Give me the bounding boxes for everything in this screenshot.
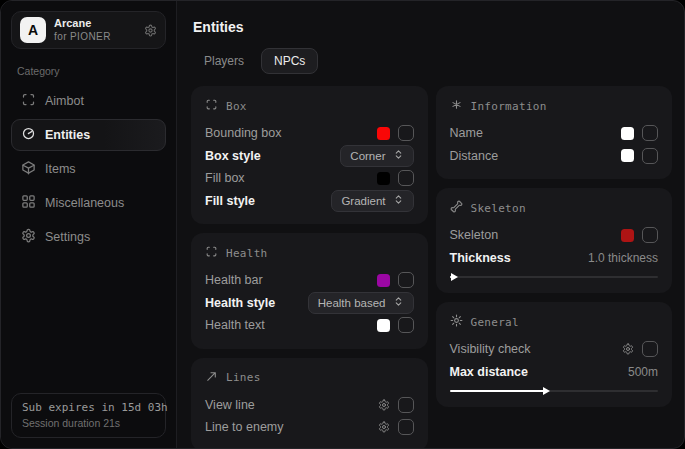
box-style-select[interactable]: Corner — [340, 145, 413, 167]
setting-label: Health style — [205, 296, 275, 310]
setting-label: Box style — [205, 149, 261, 163]
card-title: Skeleton — [471, 202, 526, 215]
card-information: Information Name Distance — [436, 86, 673, 179]
gear-icon — [21, 228, 36, 246]
setting-label: Fill box — [205, 171, 245, 185]
chevrons-up-down-icon — [393, 194, 404, 207]
view-line-checkbox[interactable] — [398, 397, 414, 413]
setting-label: Name — [450, 126, 483, 140]
setting-row-fill-box: Fill box — [205, 167, 414, 190]
color-swatch[interactable] — [621, 149, 634, 162]
session-duration: Session duration 21s — [22, 417, 155, 429]
slider-handle[interactable] — [451, 273, 458, 281]
sidebar: A Arcane for PIONER Category Aimbot Enti… — [1, 1, 177, 448]
app-window: A Arcane for PIONER Category Aimbot Enti… — [0, 0, 685, 449]
card-title: Lines — [226, 371, 261, 384]
right-column: Information Name Distance — [436, 86, 673, 407]
sidebar-item-miscellaneous[interactable]: Miscellaneous — [11, 187, 166, 219]
setting-row-thickness: Thickness 1.0 thickness — [450, 247, 659, 270]
grid-icon — [21, 194, 36, 212]
package-icon — [21, 160, 36, 178]
sidebar-item-label: Miscellaneous — [45, 196, 124, 210]
sun-icon — [450, 313, 463, 331]
color-swatch[interactable] — [621, 127, 634, 140]
health-style-select[interactable]: Health based — [308, 292, 414, 314]
setting-row-box-style: Box style Corner — [205, 145, 414, 168]
health-bar-checkbox[interactable] — [398, 272, 414, 288]
app-logo: A — [20, 17, 46, 43]
sidebar-item-settings[interactable]: Settings — [11, 221, 166, 253]
sidebar-item-entities[interactable]: Entities — [11, 119, 166, 151]
visibility-check-checkbox[interactable] — [642, 341, 658, 357]
sidebar-item-aimbot[interactable]: Aimbot — [11, 85, 166, 117]
card-general: General Visibility check Max distance 50… — [436, 302, 673, 407]
setting-label: View line — [205, 398, 255, 412]
card-title: Box — [226, 100, 247, 113]
setting-label: Distance — [450, 149, 499, 163]
distance-checkbox[interactable] — [642, 148, 658, 164]
max-distance-slider[interactable] — [450, 386, 659, 395]
card-title: General — [471, 316, 519, 329]
card-lines-header: Lines — [205, 369, 414, 387]
setting-label: Health bar — [205, 273, 263, 287]
setting-row-skeleton: Skeleton — [450, 224, 659, 247]
card-skeleton: Skeleton Skeleton Thickness 1.0 thicknes… — [436, 188, 673, 293]
card-skeleton-header: Skeleton — [450, 199, 659, 217]
setting-row-max-distance: Max distance 500m — [450, 361, 659, 384]
setting-row-health-style: Health style Health based — [205, 292, 414, 315]
color-swatch[interactable] — [377, 127, 390, 140]
card-information-header: Information — [450, 97, 659, 115]
setting-label: Thickness — [450, 251, 511, 265]
sidebar-item-label: Aimbot — [45, 94, 84, 108]
name-checkbox[interactable] — [642, 125, 658, 141]
color-swatch[interactable] — [377, 172, 390, 185]
line-to-enemy-checkbox[interactable] — [398, 419, 414, 435]
sidebar-item-label: Settings — [45, 230, 90, 244]
setting-label: Health text — [205, 318, 265, 332]
max-distance-value: 500m — [628, 365, 658, 379]
card-columns: Box Bounding box Box style Corner — [191, 86, 672, 449]
entities-icon — [21, 126, 36, 144]
thickness-value: 1.0 thickness — [588, 251, 658, 265]
card-general-header: General — [450, 313, 659, 331]
slider-fill — [450, 390, 546, 392]
brand-text: Arcane for PIONER — [54, 17, 111, 43]
tab-npcs[interactable]: NPCs — [261, 48, 318, 74]
setting-label: Line to enemy — [205, 420, 284, 434]
fill-box-checkbox[interactable] — [398, 170, 414, 186]
color-swatch[interactable] — [621, 229, 634, 242]
app-name: Arcane — [54, 17, 111, 31]
asterisk-icon — [450, 97, 463, 115]
app-platform: for PIONER — [54, 31, 111, 44]
color-swatch[interactable] — [377, 319, 390, 332]
tab-players[interactable]: Players — [191, 48, 257, 74]
fill-style-select[interactable]: Gradient — [331, 190, 413, 212]
left-column: Box Bounding box Box style Corner — [191, 86, 428, 449]
select-value: Gradient — [341, 195, 385, 207]
chevrons-up-down-icon — [393, 296, 404, 309]
card-health-header: Health — [205, 244, 414, 262]
select-value: Health based — [318, 297, 386, 309]
sidebar-item-items[interactable]: Items — [11, 153, 166, 185]
thickness-slider[interactable] — [450, 272, 659, 281]
gear-icon[interactable] — [622, 343, 634, 355]
gear-icon[interactable] — [144, 24, 157, 37]
card-title: Information — [471, 100, 547, 113]
skeleton-checkbox[interactable] — [642, 227, 658, 243]
subscription-expiry: Sub expires in 15d 03h — [22, 401, 155, 414]
card-health: Health Health bar Health style Health ba… — [191, 233, 428, 349]
card-lines: Lines View line Line to enemy — [191, 358, 428, 449]
bounding-box-checkbox[interactable] — [398, 125, 414, 141]
setting-label: Visibility check — [450, 342, 531, 356]
health-text-checkbox[interactable] — [398, 317, 414, 333]
slider-handle[interactable] — [543, 387, 550, 395]
main-panel: Entities Players NPCs Box Bounding box — [177, 1, 684, 448]
tab-bar: Players NPCs — [191, 48, 672, 74]
card-title: Health — [226, 247, 268, 260]
gear-icon[interactable] — [378, 421, 390, 433]
gear-icon[interactable] — [378, 399, 390, 411]
setting-label: Fill style — [205, 194, 255, 208]
scan-icon — [205, 244, 218, 262]
brand-card: A Arcane for PIONER — [11, 11, 166, 49]
color-swatch[interactable] — [377, 274, 390, 287]
